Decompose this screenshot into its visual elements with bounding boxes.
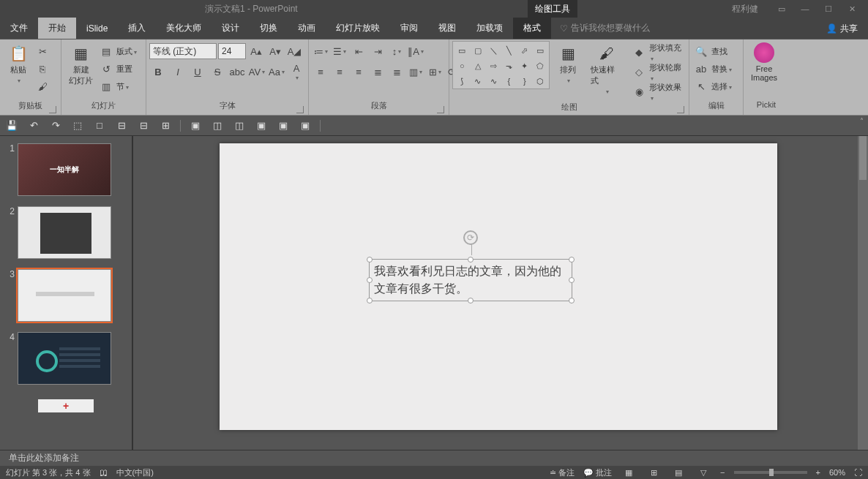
justify-button[interactable]: ≣ bbox=[370, 64, 386, 80]
redo-button[interactable]: ↷ bbox=[48, 118, 63, 133]
resize-handle-n[interactable] bbox=[468, 257, 474, 263]
align-center-button[interactable]: ≡ bbox=[332, 64, 348, 80]
notes-toggle[interactable]: ≐ 备注 bbox=[550, 467, 575, 478]
font-name-input[interactable] bbox=[149, 43, 217, 59]
align-left-button[interactable]: ≡ bbox=[313, 64, 329, 80]
line-spacing-button[interactable]: ↕ bbox=[389, 43, 405, 59]
paragraph-dialog-launcher[interactable] bbox=[437, 106, 444, 113]
find-button[interactable]: 🔍查找 bbox=[692, 42, 727, 60]
decrease-font-button[interactable]: A▾ bbox=[267, 43, 283, 59]
distribute-button[interactable]: ≣ bbox=[389, 64, 405, 80]
tab-addins[interactable]: 加载项 bbox=[466, 18, 513, 39]
text-direction-button[interactable]: ‖A bbox=[408, 43, 424, 59]
reading-view-button[interactable]: ▤ bbox=[670, 467, 686, 478]
qat-btn-14[interactable]: ▣ bbox=[298, 118, 313, 133]
qat-btn-8[interactable]: ⊞ bbox=[158, 118, 173, 133]
thumbnail-1[interactable]: 1 一知半解 bbox=[0, 142, 132, 205]
textbox-content[interactable]: 我喜欢看利兄日志的文章，因为他的文章有很多干货。 bbox=[370, 260, 572, 301]
qat-btn-12[interactable]: ▣ bbox=[254, 118, 269, 133]
select-button[interactable]: ↖选择 bbox=[692, 78, 732, 95]
zoom-slider[interactable] bbox=[734, 471, 807, 474]
underline-button[interactable]: U bbox=[190, 64, 206, 80]
selected-textbox[interactable]: ⟳ 我喜欢看利兄日志的文章，因为他的文章有很多干货。 bbox=[369, 259, 572, 301]
comments-toggle[interactable]: 💬 批注 bbox=[583, 467, 612, 478]
font-color-button[interactable]: A bbox=[288, 64, 304, 80]
align-text-button[interactable]: ⊞ bbox=[427, 64, 443, 80]
slide-counter[interactable]: 幻灯片 第 3 张，共 4 张 bbox=[6, 467, 91, 478]
qat-btn-5[interactable]: □ bbox=[92, 118, 107, 133]
increase-font-button[interactable]: A▴ bbox=[248, 43, 264, 59]
resize-handle-s[interactable] bbox=[468, 298, 474, 303]
zoom-in-button[interactable]: + bbox=[816, 468, 820, 477]
slide-canvas[interactable]: ⟳ 我喜欢看利兄日志的文章，因为他的文章有很多干货。 bbox=[220, 143, 777, 430]
resize-handle-e[interactable] bbox=[569, 277, 575, 283]
sorter-view-button[interactable]: ⊞ bbox=[646, 467, 662, 478]
quick-styles-button[interactable]: 🖌 快速样式 bbox=[586, 41, 627, 97]
bullets-button[interactable]: ≔ bbox=[313, 43, 329, 59]
layout-button[interactable]: ▤版式 bbox=[97, 42, 137, 60]
save-button[interactable]: 💾 bbox=[4, 118, 19, 133]
char-spacing-button[interactable]: AV bbox=[249, 64, 265, 80]
normal-view-button[interactable]: ▦ bbox=[621, 467, 637, 478]
qat-btn-7[interactable]: ⊟ bbox=[136, 118, 151, 133]
tab-review[interactable]: 审阅 bbox=[390, 18, 428, 39]
contextual-tab-drawing-tools[interactable]: 绘图工具 bbox=[528, 0, 577, 18]
arrange-button[interactable]: ▦ 排列 bbox=[553, 41, 583, 86]
resize-handle-ne[interactable] bbox=[569, 257, 575, 263]
resize-handle-nw[interactable] bbox=[367, 257, 373, 263]
font-dialog-launcher[interactable] bbox=[296, 106, 304, 113]
qat-btn-4[interactable]: ⬚ bbox=[70, 118, 85, 133]
qat-btn-9[interactable]: ▣ bbox=[188, 118, 203, 133]
replace-button[interactable]: ab替换 bbox=[692, 60, 732, 78]
qat-btn-10[interactable]: ◫ bbox=[210, 118, 225, 133]
notes-pane[interactable]: 单击此处添加备注 bbox=[0, 450, 868, 466]
minimize-button[interactable]: — bbox=[793, 0, 817, 18]
slideshow-view-button[interactable]: ▽ bbox=[695, 467, 711, 478]
qat-btn-13[interactable]: ▣ bbox=[276, 118, 291, 133]
bold-button[interactable]: B bbox=[150, 64, 166, 80]
thumbnail-4[interactable]: 4 bbox=[0, 331, 132, 393]
font-size-input[interactable] bbox=[218, 43, 246, 59]
drawing-dialog-launcher[interactable] bbox=[677, 106, 684, 113]
tell-me-search[interactable]: ♡ 告诉我你想要做什么 bbox=[560, 18, 650, 39]
fit-to-window-button[interactable]: ⛶ bbox=[854, 468, 862, 477]
clipboard-dialog-launcher[interactable] bbox=[49, 106, 56, 113]
slide-editor[interactable]: ⟳ 我喜欢看利兄日志的文章，因为他的文章有很多干货。 bbox=[133, 136, 868, 450]
shape-outline-button[interactable]: ◇形状轮廓 bbox=[630, 62, 686, 82]
shapes-gallery[interactable]: ▭▢＼╲⬀▭ ○△⇨⬎✦⬠ ⟆∿∿{}⬡ bbox=[452, 41, 550, 89]
resize-handle-w[interactable] bbox=[367, 277, 373, 283]
strikethrough-button[interactable]: S bbox=[209, 64, 225, 80]
tab-file[interactable]: 文件 bbox=[0, 18, 38, 39]
tab-slideshow[interactable]: 幻灯片放映 bbox=[326, 18, 390, 39]
thumbnail-2[interactable]: 2 bbox=[0, 205, 132, 268]
copy-button[interactable]: ⎘ bbox=[34, 61, 50, 77]
language-status[interactable]: 中文(中国) bbox=[116, 467, 154, 478]
share-button[interactable]: 👤 共享 bbox=[826, 18, 858, 39]
maximize-button[interactable]: ☐ bbox=[817, 0, 840, 18]
scrollbar-thumb[interactable] bbox=[859, 136, 867, 180]
tab-islide[interactable]: iSlide bbox=[76, 18, 118, 39]
qat-btn-11[interactable]: ◫ bbox=[232, 118, 247, 133]
rotate-handle[interactable]: ⟳ bbox=[463, 230, 478, 245]
collapse-ribbon-button[interactable]: ˄ bbox=[856, 116, 867, 126]
spellcheck-icon[interactable]: 🕮 bbox=[100, 468, 108, 477]
user-name[interactable]: 程利健 bbox=[732, 3, 758, 15]
tab-transition[interactable]: 切换 bbox=[250, 18, 288, 39]
ribbon-options-icon[interactable]: ▭ bbox=[770, 0, 793, 18]
increase-indent-button[interactable]: ⇥ bbox=[370, 43, 386, 59]
zoom-out-button[interactable]: − bbox=[720, 468, 725, 477]
cut-button[interactable]: ✂ bbox=[34, 43, 50, 59]
tab-animation[interactable]: 动画 bbox=[288, 18, 326, 39]
section-button[interactable]: ▥节 bbox=[97, 78, 137, 95]
shadow-button[interactable]: abc bbox=[229, 64, 245, 80]
resize-handle-sw[interactable] bbox=[367, 298, 373, 303]
thumbnail-3[interactable]: 3 bbox=[0, 268, 132, 331]
add-slide-button[interactable]: + bbox=[38, 399, 94, 412]
tab-beautify[interactable]: 美化大师 bbox=[156, 18, 212, 39]
undo-button[interactable]: ↶ bbox=[26, 118, 41, 133]
close-button[interactable]: ✕ bbox=[840, 0, 864, 18]
tab-home[interactable]: 开始 bbox=[38, 18, 76, 39]
numbering-button[interactable]: ☰ bbox=[332, 43, 348, 59]
zoom-level[interactable]: 60% bbox=[829, 468, 845, 477]
paste-button[interactable]: 📋 粘贴 bbox=[3, 41, 34, 86]
